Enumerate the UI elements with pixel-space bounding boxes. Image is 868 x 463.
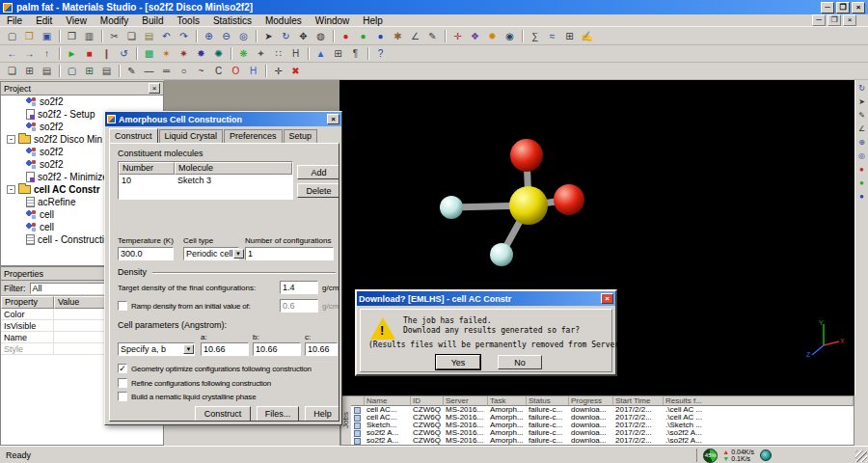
- fluorine-atom-left[interactable]: [440, 196, 463, 219]
- zoom-out-button[interactable]: ⊖: [218, 29, 234, 43]
- fluorine-atom-bottom[interactable]: [490, 243, 513, 266]
- menu-edit[interactable]: Edit: [29, 14, 59, 27]
- jobs-header-server[interactable]: Server: [444, 396, 488, 406]
- resize-grip[interactable]: [855, 450, 867, 462]
- ramp-density-checkbox[interactable]: [118, 301, 127, 311]
- oxygen-atom-top[interactable]: [510, 139, 543, 172]
- cascade-windows-button[interactable]: ❏: [4, 64, 20, 78]
- back-button[interactable]: ←: [4, 46, 20, 61]
- table-row[interactable]: 10 Sketch 3: [119, 175, 292, 186]
- new-text-doc-button[interactable]: ▤: [98, 64, 115, 78]
- construct-button[interactable]: Construct: [195, 406, 251, 422]
- jobs-header-name[interactable]: Name: [365, 396, 411, 406]
- forward-button[interactable]: →: [21, 46, 38, 61]
- forcite-button[interactable]: ✶: [158, 46, 175, 61]
- show-axes-button[interactable]: ✛: [449, 29, 466, 43]
- acc-dialog-titlebar[interactable]: Amorphous Cell Construction ×: [105, 112, 341, 126]
- refresh-button[interactable]: ↺: [116, 46, 132, 61]
- menu-modules[interactable]: Modules: [258, 14, 309, 27]
- redo-button[interactable]: ↷: [176, 29, 192, 43]
- menu-view[interactable]: View: [59, 14, 94, 27]
- save-button[interactable]: ▣: [39, 29, 55, 43]
- run-job-button[interactable]: ►: [64, 46, 80, 61]
- menu-statistics[interactable]: Statistics: [206, 14, 258, 27]
- tab-preferences[interactable]: Preferences: [224, 129, 283, 144]
- help-button[interactable]: Help: [305, 406, 339, 422]
- job-row[interactable]: so2f2 A...CZW6QMS-2016...Amorph...failur…: [351, 437, 854, 445]
- download-dialog-titlebar[interactable]: Download? [EMLHS] - cell AC Constr ×: [357, 291, 615, 306]
- jobs-header-status[interactable]: Status: [527, 396, 569, 406]
- sketch-atom-tool-button[interactable]: ✎: [855, 109, 868, 122]
- a-input[interactable]: [201, 342, 249, 356]
- castep-button[interactable]: ✺: [210, 46, 227, 61]
- tab-construct[interactable]: Construct: [109, 128, 158, 143]
- nematic-phase-checkbox[interactable]: [118, 392, 127, 401]
- new-grid-button[interactable]: ⊞: [330, 46, 346, 61]
- double-bond-button[interactable]: ═: [158, 64, 175, 78]
- clean-structure-button[interactable]: ❋: [235, 46, 252, 61]
- report-button[interactable]: ¶: [347, 46, 364, 61]
- configs-input[interactable]: [245, 247, 334, 260]
- mdi-restore-button[interactable]: ❐: [827, 14, 841, 26]
- yes-button[interactable]: Yes: [436, 355, 480, 369]
- lighting-button[interactable]: ✹: [484, 29, 501, 43]
- rotate-view-button[interactable]: ↻: [278, 29, 294, 43]
- delete-button[interactable]: Delete: [297, 183, 339, 198]
- color-blue-tool-button[interactable]: ●: [855, 190, 868, 203]
- cut-button[interactable]: ✂: [106, 29, 122, 43]
- jobs-header-progress[interactable]: Progress: [569, 396, 613, 406]
- mdi-close-button[interactable]: ×: [843, 14, 856, 26]
- jobs-header-start-time[interactable]: Start Time: [613, 396, 664, 406]
- print-preview-button[interactable]: ▥: [81, 29, 97, 43]
- menu-help[interactable]: Help: [356, 14, 390, 27]
- jobs-header-task[interactable]: Task: [488, 396, 527, 406]
- snapshot-button[interactable]: ◉: [502, 29, 518, 43]
- new-study-table-button[interactable]: ⊞: [81, 64, 97, 78]
- c-input[interactable]: [305, 342, 338, 356]
- tab-setup[interactable]: Setup: [284, 129, 318, 144]
- show-bonds-button[interactable]: ∷: [270, 46, 286, 61]
- zoom-tool-button[interactable]: ⊕: [855, 136, 868, 149]
- close-button[interactable]: ×: [852, 2, 865, 14]
- restore-button[interactable]: ❐: [836, 2, 850, 14]
- undo-button[interactable]: ↶: [158, 29, 175, 43]
- new-3d-window-button[interactable]: ▢: [64, 64, 80, 78]
- sketch-chain-button[interactable]: ~: [193, 64, 209, 78]
- expander-icon[interactable]: -: [7, 185, 15, 194]
- atom-green-button[interactable]: ●: [355, 29, 371, 43]
- copy-button[interactable]: ❏: [123, 29, 140, 43]
- menu-modify[interactable]: Modify: [94, 14, 135, 27]
- ramp-density-input[interactable]: [280, 299, 318, 313]
- annotate-button[interactable]: ✎: [424, 29, 441, 43]
- tab-liquid-crystal[interactable]: Liquid Crystal: [159, 129, 224, 144]
- menu-build[interactable]: Build: [135, 14, 170, 27]
- single-bond-button[interactable]: —: [141, 64, 157, 78]
- atom-blue-button[interactable]: ●: [372, 29, 389, 43]
- zoom-in-button[interactable]: ⊕: [201, 29, 217, 43]
- constituent-molecules-table[interactable]: Number Molecule 10 Sketch 3: [118, 161, 293, 200]
- new-chart-button[interactable]: ▲: [312, 46, 329, 61]
- files-button[interactable]: Files...: [257, 406, 299, 422]
- project-panel-close-icon[interactable]: ×: [149, 83, 160, 94]
- sketch-tool-button[interactable]: ✎: [123, 64, 140, 78]
- add-button[interactable]: Add: [297, 165, 339, 179]
- measure-angle-button[interactable]: ∠: [407, 29, 423, 43]
- rotate-tool-button[interactable]: ↻: [855, 82, 868, 95]
- jobs-header-id[interactable]: ID: [411, 396, 444, 406]
- display-style-button[interactable]: ❖: [467, 29, 483, 43]
- jobs-header-results-f-[interactable]: Results f...: [664, 396, 854, 406]
- select-tool-button[interactable]: ➤: [855, 95, 868, 108]
- new-document-button[interactable]: ▢: [4, 29, 20, 43]
- job-row[interactable]: so2f2 A...CZW6QMS-2016...Amorph...failur…: [351, 429, 854, 437]
- element-carbon-button[interactable]: C: [210, 64, 227, 78]
- sketch-ring-button[interactable]: ○: [176, 64, 192, 78]
- add-hydrogens-button[interactable]: H: [287, 46, 304, 61]
- element-oxygen-button[interactable]: O: [228, 64, 244, 78]
- menu-file[interactable]: File: [0, 14, 29, 27]
- measure-tool-button[interactable]: ∠: [855, 123, 868, 135]
- up-level-button[interactable]: ↑: [39, 46, 55, 61]
- acc-close-icon[interactable]: ×: [327, 114, 339, 124]
- recenter-tool-button[interactable]: ◎: [855, 150, 868, 162]
- periodic-table-button[interactable]: ✱: [390, 29, 406, 43]
- sulfur-atom-center[interactable]: [509, 186, 548, 225]
